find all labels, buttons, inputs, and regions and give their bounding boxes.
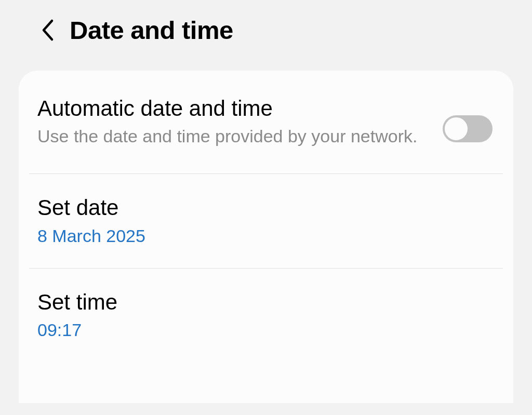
setting-value: 09:17 xyxy=(37,318,495,341)
header: Date and time xyxy=(0,0,532,71)
setting-text-block: Automatic date and time Use the date and… xyxy=(37,96,430,149)
setting-title: Automatic date and time xyxy=(37,96,430,122)
setting-title: Set time xyxy=(37,289,495,315)
setting-set-date[interactable]: Set date 8 March 2025 xyxy=(19,174,513,268)
automatic-date-time-toggle[interactable] xyxy=(443,115,493,142)
setting-text-block: Set time 09:17 xyxy=(37,289,495,342)
setting-value: 8 March 2025 xyxy=(37,224,495,247)
setting-automatic-date-time[interactable]: Automatic date and time Use the date and… xyxy=(19,71,513,173)
setting-title: Set date xyxy=(37,195,495,221)
back-icon[interactable] xyxy=(41,18,55,43)
setting-subtitle: Use the date and time provided by your n… xyxy=(37,125,430,149)
toggle-knob xyxy=(444,116,469,141)
setting-text-block: Set date 8 March 2025 xyxy=(37,195,495,247)
setting-set-time[interactable]: Set time 09:17 xyxy=(19,269,513,363)
settings-card: Automatic date and time Use the date and… xyxy=(19,71,513,403)
page-title: Date and time xyxy=(70,16,233,45)
